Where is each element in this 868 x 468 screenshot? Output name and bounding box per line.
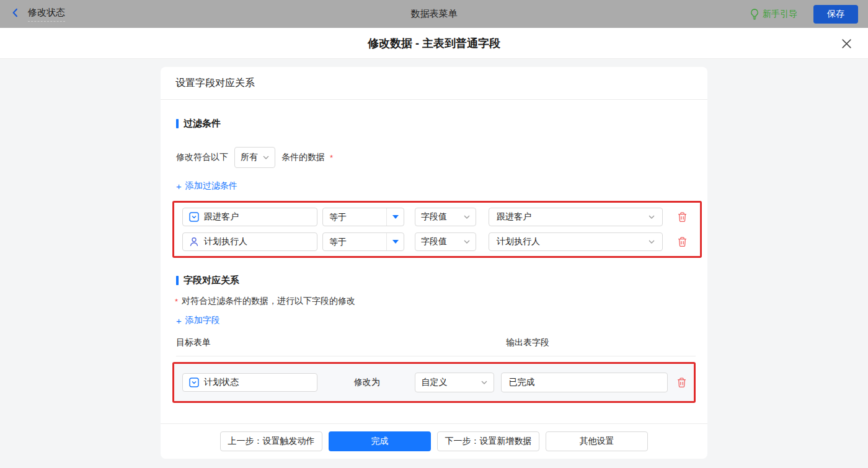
plus-icon: +	[176, 316, 182, 325]
mapping-row-highlight: 计划状态 修改为 自定义	[172, 362, 696, 403]
chevron-down-icon	[649, 240, 655, 244]
filter-rows-highlight: 跟进客户 等于 字段值 跟进客户	[172, 201, 702, 258]
chevron-down-icon	[649, 215, 655, 219]
target-form-column-label: 目标表单	[176, 337, 211, 347]
mapping-description: * 对符合过滤条件的数据，进行以下字段的修改	[176, 296, 707, 307]
add-filter-condition-link[interactable]: + 添加过滤条件	[176, 180, 237, 192]
match-mode-select[interactable]: 所有	[234, 147, 275, 168]
next-step-button[interactable]: 下一步：设置新增数据	[437, 431, 539, 451]
card-footer: 上一步：设置触发动作 完成 下一步：设置新增数据 其他设置	[161, 423, 707, 459]
filter-value-select[interactable]: 跟进客户	[489, 208, 663, 226]
topbar: 修改状态 数据表菜单 新手引导 保存	[0, 0, 868, 28]
chevron-down-icon	[263, 156, 269, 159]
caret-down-icon	[387, 233, 404, 250]
dialog-body: 设置字段对应关系 过滤条件 修改符合以下 所有 条件的数据 * +	[0, 59, 868, 468]
topbar-title: 数据表菜单	[411, 8, 458, 20]
user-field-icon	[189, 237, 199, 247]
chevron-down-icon	[464, 240, 470, 244]
dialog-header: 修改数据 - 主表到普通字段	[0, 28, 868, 59]
filter-section-title: 过滤条件	[176, 118, 707, 130]
card-title: 设置字段对应关系	[161, 67, 707, 100]
chevron-down-icon	[464, 215, 470, 219]
add-field-link[interactable]: + 添加字段	[176, 315, 220, 326]
trash-icon	[678, 237, 687, 247]
column-divider	[176, 356, 696, 356]
section-bar	[176, 119, 179, 128]
filter-value-select[interactable]: 计划执行人	[489, 232, 663, 251]
flow-name-editable[interactable]: 修改状态	[28, 7, 65, 22]
select-field-icon	[189, 212, 199, 222]
target-field-select[interactable]: 计划状态	[182, 373, 317, 392]
section-bar	[176, 276, 179, 285]
filter-row: 跟进客户 等于 字段值 跟进客户	[182, 208, 693, 226]
match-prefix-label: 修改符合以下	[176, 152, 228, 163]
chevron-left-icon	[10, 7, 20, 20]
done-button[interactable]: 完成	[329, 431, 431, 451]
match-condition-row: 修改符合以下 所有 条件的数据 *	[176, 147, 707, 168]
lightbulb-icon	[750, 9, 759, 20]
custom-value-input[interactable]	[501, 373, 668, 392]
chevron-down-icon	[481, 381, 487, 384]
mapping-column-headers: 目标表单 输出表字段	[176, 337, 707, 350]
close-icon[interactable]	[841, 38, 852, 49]
back-button[interactable]	[10, 7, 20, 20]
value-type-select[interactable]: 字段值	[415, 232, 476, 251]
filter-row: 计划执行人 等于 字段值 计划执行人	[182, 232, 693, 251]
prev-step-button[interactable]: 上一步：设置触发动作	[220, 431, 322, 451]
filter-field-select[interactable]: 计划执行人	[182, 232, 317, 251]
required-asterisk: *	[175, 297, 178, 306]
operator-select[interactable]: 等于	[322, 232, 404, 251]
delete-row-button[interactable]	[678, 212, 687, 222]
required-asterisk: *	[330, 153, 333, 162]
other-settings-button[interactable]: 其他设置	[546, 431, 648, 451]
dialog-title: 修改数据 - 主表到普通字段	[368, 36, 500, 51]
filter-field-select[interactable]: 跟进客户	[182, 208, 317, 226]
output-field-column-label: 输出表字段	[506, 337, 549, 348]
trash-icon	[678, 212, 687, 222]
value-type-select[interactable]: 字段值	[415, 208, 476, 226]
settings-card: 设置字段对应关系 过滤条件 修改符合以下 所有 条件的数据 * +	[161, 67, 707, 459]
plus-icon: +	[176, 182, 182, 191]
caret-down-icon	[387, 208, 404, 226]
mapping-section-title: 字段对应关系	[176, 275, 707, 286]
trash-icon	[677, 377, 686, 387]
modify-to-label: 修改为	[354, 377, 389, 388]
modify-mode-select[interactable]: 自定义	[415, 373, 495, 392]
select-field-icon	[189, 377, 199, 387]
guide-label: 新手引导	[763, 9, 797, 20]
operator-select[interactable]: 等于	[322, 208, 404, 226]
match-suffix-label: 条件的数据	[281, 152, 325, 163]
topbar-right: 新手引导 保存	[750, 5, 858, 24]
topbar-left: 修改状态	[10, 7, 65, 22]
card-content: 过滤条件 修改符合以下 所有 条件的数据 * + 添加过滤条件	[161, 100, 707, 423]
delete-row-button[interactable]	[678, 237, 687, 247]
save-button[interactable]: 保存	[813, 5, 858, 24]
delete-row-button[interactable]	[677, 377, 686, 387]
beginner-guide-link[interactable]: 新手引导	[750, 9, 797, 20]
